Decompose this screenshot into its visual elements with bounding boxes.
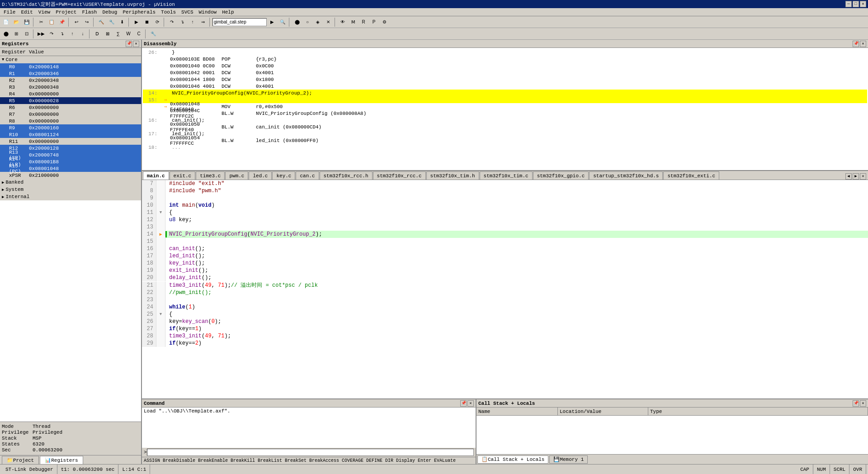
debug-btn[interactable]: ▶: [132, 17, 142, 27]
command-close-btn[interactable]: ✕: [467, 400, 474, 407]
runtocursor-btn[interactable]: ⇒: [198, 17, 208, 27]
tab-rcc-c[interactable]: stm32f10x_rcc.c: [373, 171, 426, 180]
callstack-tab[interactable]: 📋 Call Stack + Locals: [477, 455, 548, 464]
kill-bp-btn[interactable]: ✕: [323, 17, 333, 27]
copy-btn[interactable]: 📋: [47, 17, 57, 27]
banked-header[interactable]: ▶ Banked: [0, 179, 141, 186]
code-editor[interactable]: 7 #include "exit.h" 8 #include "pwm.h" 9: [142, 180, 868, 398]
tab-time3c[interactable]: time3.c: [196, 171, 225, 180]
reg-r3[interactable]: R3 0x20000348: [0, 84, 141, 90]
reg-btn[interactable]: R: [359, 17, 368, 27]
tab-tim-c[interactable]: stm32f10x_tim.c: [480, 171, 533, 180]
view-btn[interactable]: 👁: [338, 17, 348, 27]
new-file-btn[interactable]: 📄: [1, 17, 11, 27]
reg-r11[interactable]: R11 0x00000000: [0, 138, 141, 145]
system-header[interactable]: ▶ System: [0, 186, 141, 193]
save-btn[interactable]: 💾: [22, 17, 32, 27]
rebuild-btn[interactable]: 🔧: [107, 17, 117, 27]
tab-canc[interactable]: can.c: [296, 171, 319, 180]
t2-cursor[interactable]: ↓: [78, 29, 88, 39]
reset-btn[interactable]: ⟳: [152, 17, 162, 27]
reg-r1[interactable]: R1 0x20000346: [0, 70, 141, 77]
stepout-btn[interactable]: ↑: [188, 17, 198, 27]
t2-mem2[interactable]: ⊠: [103, 29, 113, 39]
clear-bp-btn[interactable]: ○: [302, 17, 312, 27]
menu-flash[interactable]: Flash: [79, 9, 99, 15]
breakpoint-btn[interactable]: ⬤: [292, 17, 302, 27]
reg-xpsr[interactable]: xPSR 0x21000000: [0, 172, 141, 179]
open-btn[interactable]: 📂: [11, 17, 21, 27]
tab-rcc-h[interactable]: stm32f10x_rcc.h: [320, 171, 373, 180]
disassembly-float-btn[interactable]: 📌: [853, 41, 859, 47]
maximize-button[interactable]: □: [853, 1, 859, 7]
project-tab[interactable]: 📁 Project: [2, 456, 39, 464]
callstack-float-btn[interactable]: 📌: [853, 400, 859, 407]
tab-gpio-c[interactable]: stm32f10x_gpio.c: [533, 171, 589, 180]
t2-out[interactable]: ↑: [67, 29, 77, 39]
settings-btn[interactable]: ⚙: [379, 17, 389, 27]
stop-btn[interactable]: ⏹: [142, 17, 152, 27]
dis-bp-btn[interactable]: ◈: [313, 17, 323, 27]
t2-watch[interactable]: W: [123, 29, 133, 39]
menu-debug[interactable]: Debug: [99, 9, 120, 15]
menu-svcs[interactable]: SVCS: [179, 9, 196, 15]
reg-r7[interactable]: R7 0x00000000: [0, 111, 141, 118]
t2-btn3[interactable]: ⊡: [22, 29, 32, 39]
download-btn[interactable]: ⬇: [117, 17, 127, 27]
tab-ledc[interactable]: led.c: [249, 171, 272, 180]
per-btn[interactable]: P: [369, 17, 379, 27]
registers-float-btn[interactable]: 📌: [126, 41, 132, 47]
tab-tim-h[interactable]: stm32f10x_tim.h: [426, 171, 479, 180]
tab-keyc[interactable]: key.c: [272, 171, 295, 180]
t2-call[interactable]: C: [134, 29, 144, 39]
stepover-btn[interactable]: ↷: [167, 17, 177, 27]
reg-r6[interactable]: R6 0x00000000: [0, 104, 141, 111]
menu-tools[interactable]: Tools: [158, 9, 179, 15]
disassembly-close-btn[interactable]: ✕: [860, 41, 866, 47]
menu-peripherals[interactable]: Peripherals: [120, 9, 158, 15]
t2-run[interactable]: ▶▶: [36, 29, 46, 39]
build-btn[interactable]: 🔨: [96, 17, 106, 27]
tab-mainc[interactable]: main.c: [143, 171, 169, 180]
t2-into[interactable]: ↴: [57, 29, 67, 39]
mem-btn[interactable]: Ⅿ: [348, 17, 358, 27]
reg-r15[interactable]: R15 (PC) 0x08001048: [0, 165, 141, 172]
t2-sym[interactable]: ∑: [113, 29, 123, 39]
menu-file[interactable]: File: [1, 9, 18, 15]
registers-close-btn[interactable]: ✕: [133, 41, 139, 47]
tab-exti-c[interactable]: stm32f10x_exti.c: [663, 171, 719, 180]
menu-project[interactable]: Project: [53, 9, 79, 15]
reg-r2[interactable]: R2 0x20000348: [0, 77, 141, 84]
undo-btn[interactable]: ↩: [71, 17, 81, 27]
disassembly-content[interactable]: 26: } 0x0800103E BD08 POP {r3,pc} 0x0800…: [142, 48, 868, 170]
t2-btn2[interactable]: ⊞: [11, 29, 21, 39]
reg-r9[interactable]: R9 0x20000160: [0, 124, 141, 131]
t2-btn1[interactable]: ⬤: [1, 29, 11, 39]
close-button[interactable]: ✕: [860, 1, 866, 7]
registers-tab[interactable]: 📊 Registers: [40, 456, 83, 464]
run-btn[interactable]: ▶: [267, 17, 277, 27]
t2-step[interactable]: ↷: [47, 29, 57, 39]
search-btn[interactable]: 🔍: [278, 17, 288, 27]
core-header[interactable]: ▼ Core: [0, 56, 141, 63]
command-input[interactable]: [147, 449, 474, 456]
reg-r0[interactable]: R0 0x20000148: [0, 63, 141, 70]
menu-help[interactable]: Help: [219, 9, 236, 15]
tab-pwmc[interactable]: pwm.c: [225, 171, 248, 180]
paste-btn[interactable]: 📌: [57, 17, 67, 27]
cut-btn[interactable]: ✂: [36, 17, 46, 27]
redo-btn[interactable]: ↪: [82, 17, 92, 27]
step-input[interactable]: [212, 18, 267, 26]
menu-view[interactable]: View: [36, 9, 53, 15]
menu-window[interactable]: Window: [196, 9, 220, 15]
t2-dis[interactable]: Ⅾ: [92, 29, 102, 39]
tab-exitc[interactable]: exit.c: [170, 171, 196, 180]
reg-r5[interactable]: R5 0x00000028: [0, 97, 141, 104]
reg-r4[interactable]: R4 0x00000000: [0, 90, 141, 97]
code-tabs-close[interactable]: ✕: [860, 173, 866, 180]
code-tabs-scroll-right[interactable]: ▶: [853, 173, 859, 180]
tab-startup[interactable]: startup_stm32f10x_hd.s: [589, 171, 663, 180]
minimize-button[interactable]: —: [845, 1, 852, 7]
reg-r10[interactable]: R10 0x08001124: [0, 131, 141, 138]
callstack-close-btn[interactable]: ✕: [860, 400, 866, 407]
